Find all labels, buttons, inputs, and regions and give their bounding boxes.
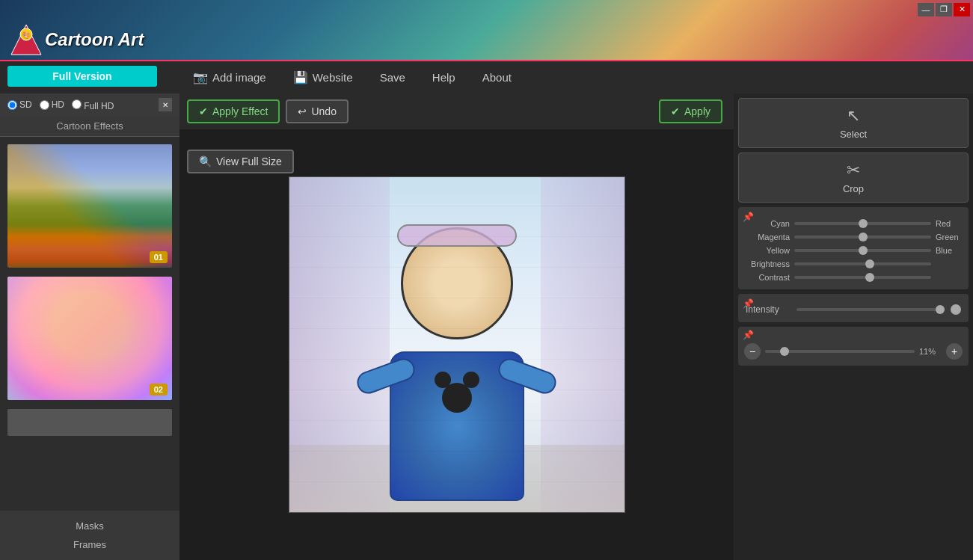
apply-label: Apply bbox=[684, 105, 710, 117]
restore-button[interactable]: ❐ bbox=[936, 3, 952, 16]
canvas-area bbox=[179, 129, 734, 560]
nav-save-label: Save bbox=[380, 71, 405, 84]
website-icon: 💾 bbox=[293, 70, 308, 84]
full-version-button[interactable]: Full Version bbox=[7, 66, 157, 87]
right-panel: ↖ Select ✂ Crop 📌 Cyan Red Magenta Green bbox=[734, 93, 973, 560]
apply-effect-button[interactable]: ✔ Apply Effect bbox=[187, 99, 280, 123]
zoom-content: − 11% + bbox=[744, 343, 963, 360]
zoom-in-button[interactable]: + bbox=[946, 343, 963, 360]
quality-hd-option[interactable]: HD bbox=[40, 98, 64, 111]
view-full-size-label-2: View Full Size bbox=[216, 156, 282, 167]
sidebar-header: SD HD Full HD ✕ bbox=[0, 93, 179, 116]
masks-item[interactable]: Masks bbox=[0, 517, 179, 535]
apply-effect-label: Apply Effect bbox=[212, 105, 268, 117]
zoom-percent-label: 11% bbox=[919, 347, 942, 356]
close-button[interactable]: ✕ bbox=[954, 3, 970, 16]
nav-save[interactable]: Save bbox=[366, 67, 419, 88]
select-crop-panel: ↖ Select ✂ Crop bbox=[738, 98, 969, 203]
magenta-green-slider[interactable] bbox=[794, 236, 931, 239]
logo-area: 🎨 Cartoon Art bbox=[0, 19, 165, 60]
adjustments-pin-icon: 📌 bbox=[743, 212, 754, 222]
quality-fullhd-option[interactable]: Full HD bbox=[72, 99, 114, 111]
minimize-button[interactable]: — bbox=[918, 3, 934, 16]
intensity-panel: 📌 Intensity bbox=[738, 294, 969, 322]
magenta-green-row: Magenta Green bbox=[746, 233, 961, 241]
app-title: Cartoon Art bbox=[45, 29, 144, 50]
select-button[interactable]: ↖ Select bbox=[738, 98, 969, 148]
crop-button[interactable]: ✂ Crop bbox=[738, 153, 969, 203]
crop-label: Crop bbox=[843, 183, 864, 194]
effect-thumb-3 bbox=[7, 409, 172, 437]
brightness-row: Brightness bbox=[746, 259, 961, 268]
nav-website[interactable]: 💾 Website bbox=[280, 66, 366, 89]
zoom-slider[interactable] bbox=[765, 350, 915, 353]
red-label: Red bbox=[931, 219, 961, 228]
zoom-panel: 📌 − 11% + bbox=[738, 327, 969, 366]
green-label: Green bbox=[931, 233, 961, 241]
contrast-row: Contrast bbox=[746, 273, 961, 282]
yellow-label: Yellow bbox=[746, 246, 794, 255]
cyan-red-row: Cyan Red bbox=[746, 219, 961, 228]
nav-help-label: Help bbox=[432, 71, 455, 84]
nav-help[interactable]: Help bbox=[419, 67, 469, 88]
intensity-slider[interactable] bbox=[796, 308, 945, 311]
app-logo-icon: 🎨 bbox=[7, 21, 45, 58]
sidebar-close-button[interactable]: ✕ bbox=[159, 98, 172, 111]
adjustments-panel: 📌 Cyan Red Magenta Green Yellow Blue bbox=[738, 207, 969, 289]
yellow-blue-row: Yellow Blue bbox=[746, 246, 961, 255]
effect-thumb-2 bbox=[7, 277, 172, 400]
magenta-label: Magenta bbox=[746, 233, 794, 241]
effect-number-2: 02 bbox=[150, 384, 168, 396]
view-full-size-icon-2: 🔍 bbox=[199, 156, 212, 167]
yellow-blue-slider[interactable] bbox=[794, 249, 931, 252]
cyan-red-slider[interactable] bbox=[794, 222, 931, 225]
select-icon: ↖ bbox=[847, 106, 860, 126]
undo-button[interactable]: ↩ Undo bbox=[286, 99, 348, 123]
image-canvas bbox=[289, 176, 625, 513]
select-label: Select bbox=[840, 129, 867, 140]
undo-icon: ↩ bbox=[298, 105, 307, 117]
title-bar-controls: — ❐ ✕ bbox=[918, 3, 973, 16]
apply-button[interactable]: ✔ Apply bbox=[659, 99, 722, 123]
contrast-label: Contrast bbox=[746, 273, 794, 282]
nav-add-image[interactable]: 📷 Add image bbox=[179, 66, 280, 89]
undo-label: Undo bbox=[311, 105, 336, 117]
sidebar-bottom: Masks Frames bbox=[0, 511, 179, 560]
svg-text:🎨: 🎨 bbox=[22, 30, 31, 40]
nav-website-label: Website bbox=[313, 71, 353, 84]
nav-add-image-label: Add image bbox=[212, 71, 266, 84]
crop-icon: ✂ bbox=[847, 161, 860, 180]
brightness-label: Brightness bbox=[746, 259, 794, 268]
blue-label: Blue bbox=[931, 246, 961, 255]
effect-item-2[interactable]: 02 bbox=[6, 275, 174, 401]
apply-icon: ✔ bbox=[671, 105, 680, 117]
title-bar: — ❐ ✕ bbox=[0, 0, 973, 19]
nav-about-label: About bbox=[482, 71, 512, 84]
effects-list: 01 02 bbox=[0, 137, 179, 511]
main-toolbar: ✔ Apply Effect ↩ Undo 🔍 View Full Size bbox=[179, 93, 734, 129]
contrast-slider[interactable] bbox=[794, 276, 931, 279]
effect-thumb-1 bbox=[7, 144, 172, 268]
view-full-size-button-2[interactable]: 🔍 View Full Size bbox=[187, 150, 294, 173]
quality-sd-option[interactable]: SD bbox=[7, 98, 32, 111]
nav-about[interactable]: About bbox=[469, 67, 525, 88]
left-sidebar: SD HD Full HD ✕ Cartoon Effects 01 02 bbox=[0, 93, 179, 560]
effects-section-title: Cartoon Effects bbox=[0, 116, 179, 137]
apply-effect-icon: ✔ bbox=[199, 105, 208, 117]
add-image-icon: 📷 bbox=[193, 70, 208, 84]
brightness-slider[interactable] bbox=[794, 262, 931, 265]
zoom-pin-icon: 📌 bbox=[743, 330, 754, 340]
effect-number-1: 01 bbox=[150, 251, 168, 263]
frames-item[interactable]: Frames bbox=[0, 535, 179, 554]
effect-item-3[interactable] bbox=[6, 407, 174, 437]
effect-item-1[interactable]: 01 bbox=[6, 143, 174, 269]
quality-radio-group: SD HD Full HD bbox=[7, 98, 114, 111]
intensity-row: Intensity bbox=[746, 304, 961, 315]
zoom-out-button[interactable]: − bbox=[744, 343, 761, 360]
intensity-pin-icon: 📌 bbox=[743, 298, 754, 309]
